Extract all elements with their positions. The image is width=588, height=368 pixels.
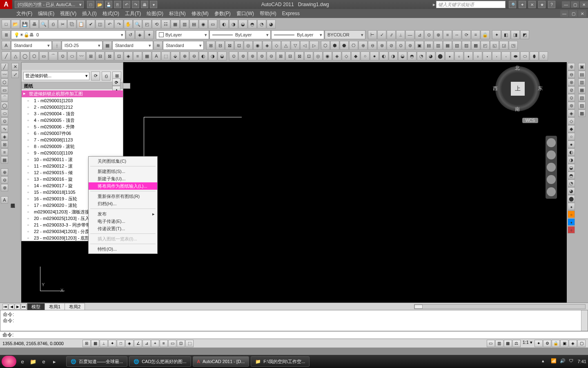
qat-new-icon[interactable]: □ xyxy=(87,1,94,8)
qat-more-icon[interactable]: ▾ xyxy=(150,1,157,8)
context-item[interactable]: 关闭图纸集(C) xyxy=(89,157,157,165)
tb-b-icon[interactable]: ◑ xyxy=(229,20,238,29)
nav-pan-icon[interactable] xyxy=(547,150,556,159)
tb-d-icon[interactable]: ◓ xyxy=(248,20,257,29)
d24-icon[interactable]: ◒ xyxy=(218,52,227,61)
dyn-toggle[interactable]: + xyxy=(151,340,159,347)
vl2-icon[interactable]: 〰 xyxy=(1,71,8,78)
rv17-icon[interactable]: ◕ xyxy=(568,187,575,195)
d11-icon[interactable]: ⊟ xyxy=(96,52,105,61)
new-icon[interactable]: □ xyxy=(2,20,11,29)
r3-32-icon[interactable]: ◲ xyxy=(499,41,508,50)
tab-nav-last[interactable]: ⏭ xyxy=(21,304,27,310)
tablestyle-icon[interactable]: ▦ xyxy=(103,41,112,50)
tab-model[interactable]: 模型 xyxy=(27,303,45,310)
vl10-icon[interactable]: ◈ xyxy=(1,133,8,140)
pan-icon[interactable]: ✋ xyxy=(124,20,133,29)
d14-icon[interactable]: ◈ xyxy=(124,52,133,61)
rv9-icon[interactable]: ◆ xyxy=(568,125,575,132)
d6-icon[interactable]: ⌒ xyxy=(49,52,58,61)
zoom-icon[interactable]: 🔍 xyxy=(133,20,142,29)
c4-icon[interactable]: ⟂ xyxy=(396,30,405,39)
ws-icon[interactable]: ⚙ xyxy=(543,340,551,347)
c16-icon[interactable]: ◨ xyxy=(511,30,520,39)
r3-12-icon[interactable]: ▷ xyxy=(310,41,318,50)
r3-13-icon[interactable]: ⬡ xyxy=(321,41,330,50)
d36-icon[interactable]: ◈ xyxy=(332,52,341,61)
mlstyle-combo[interactable]: Standard xyxy=(163,41,204,50)
anno-scale[interactable]: 1:1 ▾ xyxy=(521,340,534,347)
tab-nav-first[interactable]: ⏮ xyxy=(2,304,8,310)
r3-24-icon[interactable]: ▤ xyxy=(424,41,433,50)
start-button[interactable] xyxy=(2,356,16,367)
rv12-icon[interactable]: ◐ xyxy=(568,148,575,156)
qat-print-icon[interactable]: 🖶 xyxy=(141,1,148,8)
block-icon[interactable]: ◫ xyxy=(96,20,105,29)
rv20-icon[interactable]: ⬦ xyxy=(568,211,575,218)
doc-restore-button[interactable]: ▢ xyxy=(569,10,577,17)
d19-icon[interactable]: ⬙ xyxy=(171,52,180,61)
r3-6-icon[interactable]: ◉ xyxy=(253,41,262,50)
workspace-dropdown[interactable]: {©}我的习惯 - 已从 AutoCA... xyxy=(15,1,84,8)
r3-14-icon[interactable]: ⬢ xyxy=(330,41,339,50)
d38-icon[interactable]: ◆ xyxy=(351,52,360,61)
vl6-icon[interactable]: ◯ xyxy=(1,102,8,109)
rv14-icon[interactable]: ◒ xyxy=(568,164,575,171)
tablestyle-combo[interactable]: Standard xyxy=(112,41,153,50)
vl1-icon[interactable]: ╱ xyxy=(1,63,8,70)
calc-icon[interactable]: ▭ xyxy=(208,20,217,29)
d2-icon[interactable]: △ xyxy=(11,52,20,61)
textstyle-combo[interactable]: Standard xyxy=(11,41,52,50)
d17-icon[interactable]: A xyxy=(152,52,161,61)
layer-n-icon[interactable]: ✦ xyxy=(145,30,154,39)
d15-icon[interactable]: ≡ xyxy=(133,52,142,61)
d5-icon[interactable]: ▭ xyxy=(39,52,48,61)
d54-icon[interactable]: ⬫ xyxy=(501,52,510,61)
r3-31-icon[interactable]: ◱ xyxy=(490,41,499,50)
d30-icon[interactable]: ⊞ xyxy=(276,52,285,61)
d9-icon[interactable]: 〰 xyxy=(77,52,86,61)
context-item[interactable]: 重新保存所有图纸(R) xyxy=(89,193,157,200)
vl17-icon[interactable]: A xyxy=(1,196,8,204)
d40-icon[interactable]: ● xyxy=(370,52,379,61)
copy-icon[interactable]: ⿻ xyxy=(67,20,76,29)
d8-icon[interactable]: ⬭ xyxy=(67,52,76,61)
layer-prev-icon[interactable]: ↺ xyxy=(126,30,135,39)
dimstyle-icon[interactable]: ⟊ xyxy=(52,41,61,50)
d47-icon[interactable]: ⬤ xyxy=(436,52,445,61)
rv11-icon[interactable]: ● xyxy=(568,141,575,148)
task-explorer[interactable]: 📁F:\我的空间\工作空... xyxy=(251,356,310,367)
rv7-icon[interactable]: ◈ xyxy=(568,110,575,117)
qv-drawings[interactable]: ▦ xyxy=(504,340,512,347)
menu-modify[interactable]: 修改(M) xyxy=(192,10,209,17)
rv5-icon[interactable]: ⊙ xyxy=(568,94,575,101)
context-item[interactable]: 电子传递(E)... xyxy=(89,218,157,225)
palette-publish-icon[interactable]: ⎙ xyxy=(102,72,111,81)
d29-icon[interactable]: ⊝ xyxy=(267,52,276,61)
plotstyle-combo[interactable]: BYCOLOR xyxy=(325,30,365,39)
vl3-icon[interactable]: ⬡ xyxy=(1,79,8,86)
rv2-1-icon[interactable]: ▣ xyxy=(578,63,586,70)
d25-icon[interactable]: ⊙ xyxy=(229,52,238,61)
r3-26-icon[interactable]: ▦ xyxy=(443,41,452,50)
d50-icon[interactable]: ⬧ xyxy=(464,52,473,61)
c2-icon[interactable]: ✓ xyxy=(377,30,386,39)
grid-toggle[interactable]: ▦ xyxy=(91,340,99,347)
nav-wheel-icon[interactable] xyxy=(547,138,556,147)
d1-icon[interactable]: ╱ xyxy=(2,52,11,61)
rv2-3-icon[interactable]: ▥ xyxy=(578,79,586,86)
menu-dimension[interactable]: 标注(N) xyxy=(169,10,186,17)
rv1-icon[interactable]: ⊕ xyxy=(568,63,575,70)
r3-9-icon[interactable]: △ xyxy=(281,41,290,50)
ortho-toggle[interactable]: ⟂ xyxy=(100,340,108,347)
snap-toggle[interactable]: ⊞ xyxy=(82,340,91,347)
tray-clock[interactable]: 7:41 xyxy=(578,359,586,364)
r3-33-icon[interactable]: ◳ xyxy=(509,41,518,50)
c1-icon[interactable]: ⊢ xyxy=(368,30,377,39)
d16-icon[interactable]: ▦ xyxy=(143,52,151,61)
tb-f-icon[interactable]: ◕ xyxy=(267,20,276,29)
preview-icon[interactable]: 🔍 xyxy=(39,20,48,29)
viewcube-west[interactable]: 西 xyxy=(493,85,498,92)
task-autocad[interactable]: AAutoCAD 2011 - [D... xyxy=(193,356,249,367)
tab-layout1[interactable]: 布局1 xyxy=(45,303,65,310)
